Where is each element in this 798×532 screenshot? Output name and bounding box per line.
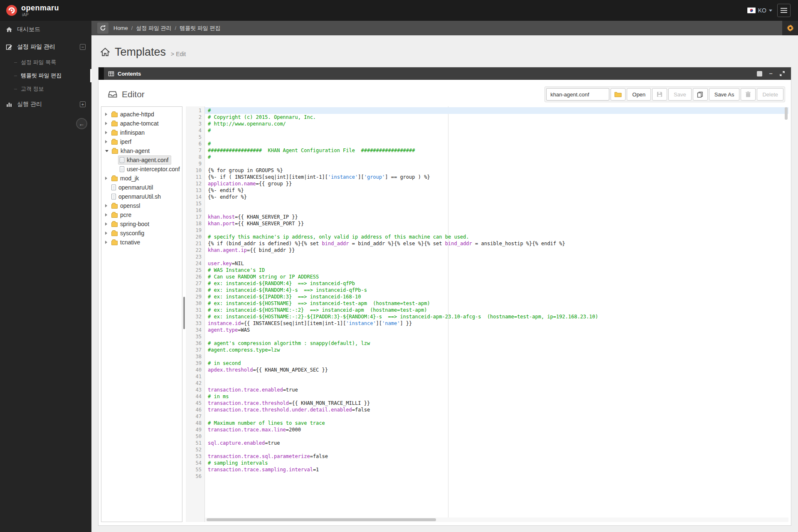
browse-folder-button[interactable]: [611, 88, 626, 101]
save-button[interactable]: Save: [668, 88, 692, 101]
code-line-text: # in ms: [205, 393, 788, 400]
tree-folder-pcre[interactable]: pcre: [105, 210, 182, 219]
code-line-text: # WAS Instance's ID: [205, 267, 788, 273]
tree-folder-tcnative[interactable]: tcnative: [105, 238, 182, 247]
code-line: 52: [186, 446, 788, 453]
filename-input[interactable]: [546, 88, 609, 101]
tree-file-openmaruutil[interactable]: openmaruUtil: [105, 183, 182, 192]
sidebar-item-config-file-management[interactable]: 설정 파일 관리 −: [0, 38, 91, 56]
sidebar-item-execution-management[interactable]: 실행 관리 +: [0, 96, 91, 113]
expand-section-icon[interactable]: +: [80, 101, 86, 107]
code-editor[interactable]: 1#2# Copyright (c) 2015. Opennaru, Inc.3…: [186, 106, 788, 522]
breadcrumb-item-home[interactable]: Home: [113, 25, 128, 31]
grid-icon: [108, 71, 114, 77]
code-line: 25# WAS Instance's ID: [186, 267, 788, 273]
save-icon-button[interactable]: [652, 88, 667, 101]
code-line-text: transaction.trace.threshold={{ KHAN_MON_…: [205, 400, 788, 406]
line-number: 5: [186, 134, 205, 140]
copy-icon-button[interactable]: [693, 88, 708, 101]
line-number: 9: [186, 160, 205, 167]
code-line: 50: [186, 433, 788, 440]
open-button[interactable]: Open: [627, 88, 651, 101]
line-number: 16: [186, 207, 205, 214]
folder-icon: [111, 232, 118, 236]
language-selector[interactable]: KO: [747, 7, 772, 14]
tree-folder-openssl[interactable]: openssl: [105, 201, 182, 210]
code-line: 38: [186, 353, 788, 360]
editor-vertical-scrollbar-thumb[interactable]: [785, 107, 788, 120]
caret-right-icon[interactable]: [105, 140, 107, 143]
caret-right-icon[interactable]: [105, 204, 107, 207]
code-line: 36# agent's compression algorithm : snap…: [186, 340, 788, 347]
code-line: 16: [186, 207, 788, 214]
folder-icon: [111, 241, 118, 245]
line-number: 52: [186, 446, 205, 453]
sidebar-subitem-template-file-edit[interactable]: 템플릿 파일 편집: [0, 69, 91, 82]
breadcrumb-item-config-management[interactable]: 설정 파일 관리: [136, 25, 171, 32]
file-icon: [111, 185, 116, 190]
save-as-button[interactable]: Save As: [709, 88, 740, 101]
caret-right-icon[interactable]: [105, 232, 107, 235]
code-line-text: # http://www.opennaru.com/: [205, 121, 788, 127]
folder-icon: [111, 140, 118, 145]
breadcrumb-item-template-edit[interactable]: 템플릿 파일 편집: [180, 25, 220, 32]
tree-node-label: openmaruUtil: [118, 184, 153, 191]
tree-folder-apache-httpd[interactable]: apache-httpd: [105, 110, 182, 119]
line-number: 28: [186, 287, 205, 293]
tree-folder-mod-jk[interactable]: mod_jk: [105, 174, 182, 183]
tree-folder-infinispan[interactable]: infinispan: [105, 128, 182, 137]
line-number: 25: [186, 267, 205, 273]
code-line-text: # specify this machine's ip address, onl…: [205, 234, 788, 240]
settings-button[interactable]: [782, 21, 798, 35]
caret-right-icon[interactable]: [105, 131, 107, 134]
tree-file-khan-agent-conf[interactable]: khan-agent.conf: [105, 155, 182, 165]
caret-right-icon[interactable]: [105, 122, 107, 125]
caret-right-icon[interactable]: [105, 222, 107, 226]
code-line: 14{%- endfor %}: [186, 194, 788, 200]
line-number: 20: [186, 234, 205, 240]
line-number: 50: [186, 433, 205, 440]
tree-file-user-interceptor-conf[interactable]: user-interceptor.conf: [105, 165, 182, 174]
delete-icon-button[interactable]: [741, 88, 756, 101]
code-line: 27# ex: instanceid-${RANDOM:4} ==> insta…: [186, 280, 788, 287]
tree-folder-sysconfig[interactable]: sysconfig: [105, 229, 182, 238]
sidebar-subitem-config-file-list[interactable]: 설정 파일 목록: [0, 56, 91, 69]
panel-expand-icon[interactable]: [779, 71, 785, 76]
refresh-button[interactable]: [97, 22, 108, 34]
line-number: 13: [186, 187, 205, 194]
caret-right-icon[interactable]: [105, 177, 107, 180]
contents-panel: Contents −: [98, 67, 791, 526]
panel-minimize-icon[interactable]: −: [769, 71, 773, 76]
menu-toggle-button[interactable]: [777, 4, 791, 17]
brand-logo[interactable]: openmaru iAP: [6, 4, 59, 17]
tree-node-label: apache-httpd: [120, 111, 154, 118]
tree-folder-iperf[interactable]: iperf: [105, 137, 182, 146]
delete-button[interactable]: Delete: [757, 88, 783, 101]
code-line: 28# ex: instanceid-${RANDOM:4}-s ==> ins…: [186, 287, 788, 293]
collapse-section-icon[interactable]: −: [80, 44, 86, 50]
tree-folder-khan-agent[interactable]: khan-agent: [105, 146, 182, 155]
caret-down-icon[interactable]: [105, 150, 108, 152]
tree-file-openmaruutil-sh[interactable]: openmaruUtil.sh: [105, 192, 182, 201]
sidebar-item-label: 실행 관리: [17, 101, 42, 108]
caret-right-icon[interactable]: [105, 241, 107, 244]
code-line-text: {% for group in GROUPS %}: [205, 167, 788, 174]
line-number: 12: [186, 180, 205, 187]
edit-icon: [6, 44, 12, 50]
caret-right-icon[interactable]: [105, 213, 107, 217]
panel-style-icon[interactable]: [757, 71, 762, 76]
editor-horizontal-scrollbar-thumb[interactable]: [207, 518, 436, 521]
tree-folder-apache-tomcat[interactable]: apache-tomcat: [105, 119, 182, 128]
tree-folder-spring-boot[interactable]: spring-boot: [105, 219, 182, 229]
caret-placeholder: [105, 186, 107, 189]
sidebar-collapse-button[interactable]: ←: [76, 118, 87, 129]
code-line: 23: [186, 254, 788, 260]
sidebar-subitem-customer-info[interactable]: 고객 정보: [0, 82, 91, 96]
contents-panel-header: Contents −: [99, 67, 791, 80]
tree-scrollbar-thumb[interactable]: [183, 297, 185, 329]
caret-right-icon[interactable]: [105, 113, 107, 116]
code-line: 12application.name={{ group }}: [186, 180, 788, 187]
sidebar-item-label: 대시보드: [17, 26, 40, 33]
code-line-text: # Maximum number of lines to save trace: [205, 420, 788, 426]
sidebar-item-dashboard[interactable]: 대시보드: [0, 21, 91, 38]
